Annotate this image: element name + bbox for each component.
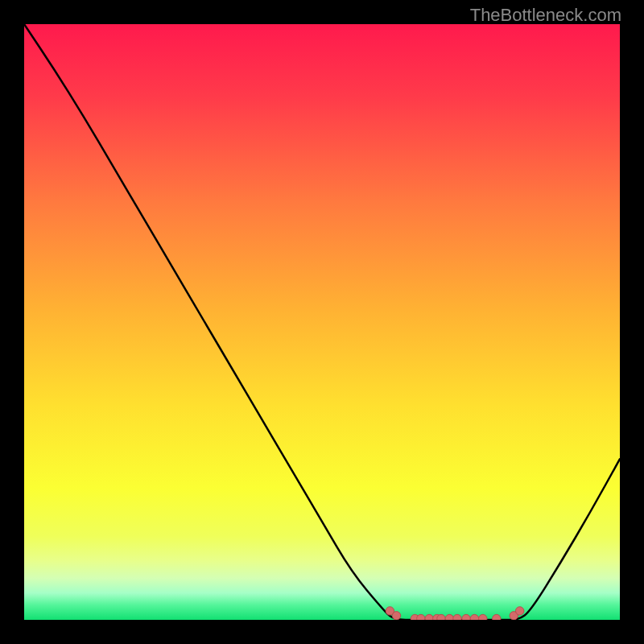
curve-marker <box>453 614 461 620</box>
watermark-text: TheBottleneck.com <box>470 5 621 26</box>
plot-area <box>24 24 620 620</box>
bottleneck-curve <box>24 24 620 620</box>
curve-marker <box>479 614 487 620</box>
curve-marker <box>493 614 501 620</box>
curve-marker <box>437 614 445 620</box>
curve-marker <box>515 607 523 615</box>
curve-marker <box>425 614 433 620</box>
chart-container: TheBottleneck.com <box>0 0 644 644</box>
marker-group <box>386 607 524 620</box>
curve-layer <box>24 24 620 620</box>
curve-marker <box>470 614 478 620</box>
curve-marker <box>392 612 400 620</box>
curve-marker <box>462 614 470 620</box>
curve-marker <box>445 614 453 620</box>
curve-marker <box>417 614 425 620</box>
